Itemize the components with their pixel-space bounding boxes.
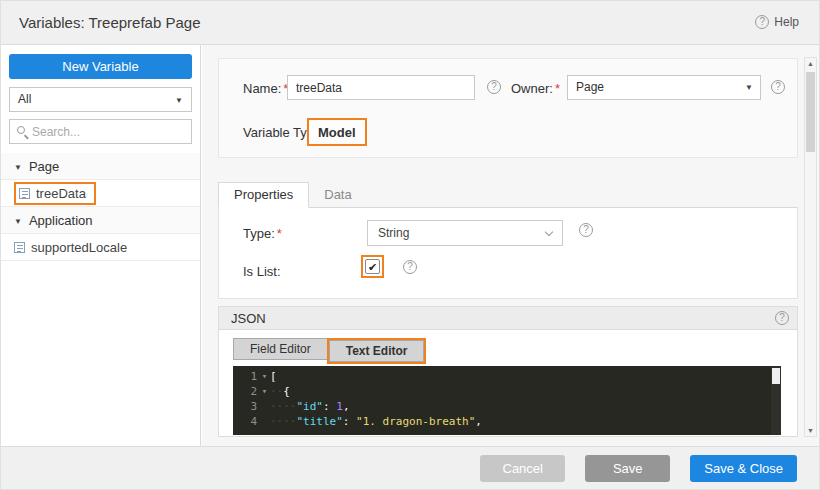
type-select[interactable]: String	[367, 220, 563, 246]
json-help-icon[interactable]	[775, 311, 789, 325]
help-label: Help	[774, 15, 799, 29]
variables-sidebar: New Variable All Page treeData Applicati	[1, 45, 201, 446]
variable-header-form: Name:* Owner:* Page Variable Type: Model	[218, 58, 798, 158]
variables-dialog: Variables: Treeprefab Page Help New Vari…	[0, 0, 820, 490]
variable-editor-main: Name:* Owner:* Page Variable Type: Model…	[202, 45, 819, 446]
code-line: 4····"title": "1. dragon-breath",	[233, 414, 781, 429]
main-scrollbar-thumb[interactable]	[806, 72, 815, 152]
chevron-down-icon	[545, 228, 553, 236]
tree-group-application[interactable]: Application	[1, 207, 200, 234]
title-bar: Variables: Treeprefab Page Help	[1, 1, 819, 45]
tree-item-supportedlocale[interactable]: supportedLocale	[1, 234, 200, 261]
owner-select[interactable]: Page	[567, 75, 761, 100]
editor-scrollbar-thumb[interactable]	[772, 368, 780, 384]
tree-group-page[interactable]: Page	[1, 153, 200, 180]
code-lines: 1▾[2▾··{3····"id": 1,4····"title": "1. d…	[233, 369, 781, 429]
tree-group-label: Application	[29, 213, 93, 228]
code-line: 1▾[	[233, 369, 781, 384]
is-list-help-icon[interactable]	[403, 260, 417, 274]
required-asterisk: *	[277, 226, 282, 241]
highlight-box: treeData	[14, 182, 96, 205]
highlight-box: Text Editor	[327, 338, 427, 364]
scope-filter-dropdown[interactable]: All	[9, 87, 192, 112]
highlight-box	[361, 255, 384, 278]
search-box	[9, 119, 192, 144]
type-value: String	[378, 226, 409, 240]
page-title: Variables: Treeprefab Page	[19, 14, 201, 31]
chevron-down-icon	[745, 76, 753, 99]
name-help-icon[interactable]	[487, 80, 501, 94]
scroll-down-icon[interactable]	[805, 427, 816, 434]
cancel-button[interactable]: Cancel	[480, 455, 565, 482]
main-scrollbar[interactable]	[804, 57, 817, 437]
tree-item-treedata[interactable]: treeData	[1, 180, 200, 207]
help-link[interactable]: Help	[755, 15, 799, 29]
json-panel-header: JSON	[219, 307, 797, 330]
editor-mode-toggle: Field Editor Text Editor	[233, 338, 426, 364]
action-bar: Cancel Save Save & Close	[1, 446, 819, 489]
code-line: 2▾··{	[233, 384, 781, 399]
save-and-close-button[interactable]: Save & Close	[690, 455, 797, 482]
search-icon	[17, 126, 25, 134]
variable-icon	[14, 242, 25, 253]
scope-filter-value: All	[18, 92, 31, 106]
tree-item-label: treeData	[36, 186, 86, 201]
owner-label: Owner:*	[511, 81, 560, 96]
owner-help-icon[interactable]	[771, 80, 785, 94]
name-label: Name:*	[243, 81, 288, 96]
highlight-box: Model	[307, 118, 367, 146]
json-code-editor[interactable]: 1▾[2▾··{3····"id": 1,4····"title": "1. d…	[233, 366, 781, 435]
tree-item-label: supportedLocale	[31, 240, 127, 255]
required-asterisk: *	[555, 81, 560, 96]
tree-group-label: Page	[29, 159, 59, 174]
tab-properties[interactable]: Properties	[218, 182, 309, 208]
tab-data[interactable]: Data	[309, 183, 366, 207]
type-label: Type:*	[243, 226, 282, 241]
variable-icon	[19, 188, 30, 199]
scroll-up-icon[interactable]	[805, 60, 816, 67]
json-panel: JSON Field Editor Text Editor 1▾[2▾··{3·…	[218, 306, 798, 437]
editor-tabs: Properties Data	[218, 184, 798, 208]
text-editor-button[interactable]: Text Editor	[329, 340, 425, 362]
code-line: 3····"id": 1,	[233, 399, 781, 414]
help-icon	[755, 15, 769, 29]
variable-type-value: Model	[318, 125, 356, 140]
owner-value: Page	[576, 80, 604, 94]
is-list-label: Is List:	[243, 264, 281, 279]
new-variable-button[interactable]: New Variable	[9, 54, 192, 79]
name-input[interactable]	[287, 75, 475, 100]
type-help-icon[interactable]	[579, 223, 593, 237]
chevron-down-icon	[175, 89, 183, 112]
field-editor-button[interactable]: Field Editor	[233, 338, 328, 360]
is-list-checkbox[interactable]	[365, 259, 380, 274]
json-panel-title: JSON	[231, 311, 266, 326]
editor-scrollbar[interactable]	[771, 366, 781, 435]
search-input[interactable]	[32, 121, 187, 142]
variables-tree: Page treeData Application supportedLocal…	[1, 153, 200, 261]
save-button[interactable]: Save	[585, 455, 670, 482]
properties-panel: Type:* String Is List:	[218, 208, 798, 299]
caret-down-icon	[14, 215, 22, 226]
caret-down-icon	[14, 161, 22, 172]
